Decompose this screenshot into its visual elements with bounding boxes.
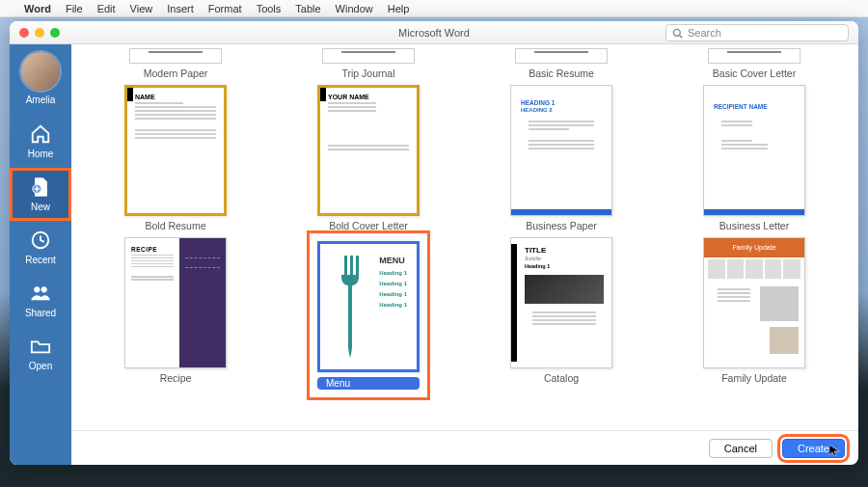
template-basic-resume[interactable]: Basic Resume [465, 48, 658, 79]
preview-title: Family Update [704, 238, 804, 257]
menu-tools[interactable]: Tools [257, 3, 282, 14]
template-label: Trip Journal [341, 68, 394, 79]
template-label: Basic Resume [529, 68, 594, 79]
svg-point-0 [673, 29, 680, 36]
avatar[interactable] [21, 52, 60, 91]
search-placeholder: Search [688, 27, 721, 39]
preview-name: YOUR NAME [328, 94, 417, 100]
fork-icon [336, 254, 365, 364]
template-label: Bold Resume [145, 220, 205, 231]
preview-heading: Heading 1 [379, 302, 407, 308]
mac-menubar: Word File Edit View Insert Format Tools … [0, 0, 868, 17]
preview-heading: Heading 1 [379, 270, 407, 276]
template-gallery-pane: Modern Paper Trip Journal Basic Resume B… [71, 44, 858, 465]
template-business-letter[interactable]: RECIPIENT NAME Business Letter [658, 85, 851, 231]
cursor-icon [829, 445, 839, 458]
preview-name: NAME [135, 94, 224, 100]
sidebar: Amelia Home New Recent Shared Open [10, 44, 71, 465]
template-trip-journal[interactable]: Trip Journal [272, 48, 465, 79]
template-gallery[interactable]: Modern Paper Trip Journal Basic Resume B… [71, 44, 858, 430]
preview-heading: HEADING 1 [521, 99, 555, 106]
template-label: Modern Paper [144, 68, 208, 79]
sidebar-item-recent[interactable]: Recent [10, 221, 71, 274]
template-business-paper[interactable]: HEADING 1 HEADING 2 Business Paper [465, 85, 658, 231]
preview-heading: Heading 1 [379, 281, 407, 286]
preview-title: MENU [379, 256, 407, 265]
template-label: Catalog [544, 372, 579, 384]
menu-edit[interactable]: Edit [97, 3, 116, 14]
template-label: Basic Cover Letter [713, 68, 796, 79]
preview-title: RECIPE [131, 246, 174, 253]
sidebar-item-shared[interactable]: Shared [10, 274, 71, 327]
template-catalog[interactable]: TITLE Subtitle Heading 1 Catalog [465, 237, 658, 393]
template-bold-cover-letter[interactable]: YOUR NAME Bold Cover Letter [272, 85, 465, 231]
template-recipe[interactable]: RECIPE Recipe [79, 237, 272, 393]
template-label: Bold Cover Letter [329, 220, 408, 231]
template-menu[interactable]: MENU Heading 1 Heading 1 Heading 1 Headi… [272, 237, 465, 393]
menu-format[interactable]: Format [208, 3, 242, 14]
sidebar-item-home[interactable]: Home [10, 115, 71, 168]
cancel-button[interactable]: Cancel [709, 439, 773, 458]
folder-open-icon [30, 336, 51, 357]
preview-subtitle: Subtitle [525, 256, 541, 261]
app-name[interactable]: Word [24, 3, 51, 14]
sidebar-item-label: Open [29, 361, 52, 371]
create-button-label: Create [798, 443, 829, 454]
svg-line-1 [680, 35, 683, 38]
home-icon [30, 123, 51, 145]
menu-help[interactable]: Help [388, 3, 410, 14]
svg-point-5 [41, 287, 46, 293]
template-label-selected: Menu [317, 377, 420, 390]
preview-heading: Heading 1 [379, 291, 407, 297]
menu-window[interactable]: Window [336, 3, 373, 14]
svg-point-4 [35, 287, 41, 293]
sidebar-item-label: New [31, 202, 50, 212]
user-name: Amelia [26, 95, 56, 105]
menu-insert[interactable]: Insert [167, 3, 194, 14]
template-family-update[interactable]: Family Update Family Update [658, 237, 851, 393]
template-label: Family Update [721, 372, 787, 384]
footer-bar: Cancel Create [71, 430, 858, 465]
menu-file[interactable]: File [66, 3, 83, 14]
preview-title: TITLE [525, 246, 546, 255]
template-label: Business Paper [526, 220, 597, 231]
search-input[interactable]: Search [665, 24, 849, 41]
preview-heading: RECIPIENT NAME [714, 103, 768, 110]
titlebar: Microsoft Word Search [10, 21, 858, 44]
preview-heading: HEADING 2 [521, 107, 553, 113]
preview-heading: Heading 1 [525, 263, 550, 269]
menu-view[interactable]: View [130, 3, 153, 14]
template-basic-cover-letter[interactable]: Basic Cover Letter [658, 48, 851, 79]
template-modern-paper[interactable]: Modern Paper [79, 48, 272, 79]
clock-icon [30, 230, 51, 251]
sidebar-item-label: Shared [25, 308, 56, 318]
template-bold-resume[interactable]: NAME Bold Resume [79, 85, 272, 231]
sidebar-item-open[interactable]: Open [10, 327, 71, 380]
menu-table[interactable]: Table [295, 3, 320, 14]
sidebar-item-label: Recent [25, 255, 56, 265]
template-label: Recipe [160, 372, 192, 384]
search-icon [672, 28, 683, 39]
new-document-icon [30, 176, 51, 198]
sidebar-item-new[interactable]: New [10, 168, 71, 221]
create-button[interactable]: Create [782, 439, 845, 458]
word-new-window: Microsoft Word Search Amelia Home New Re… [10, 21, 858, 465]
people-icon [30, 283, 51, 304]
sidebar-item-label: Home [28, 149, 54, 159]
template-label: Business Letter [719, 220, 789, 231]
